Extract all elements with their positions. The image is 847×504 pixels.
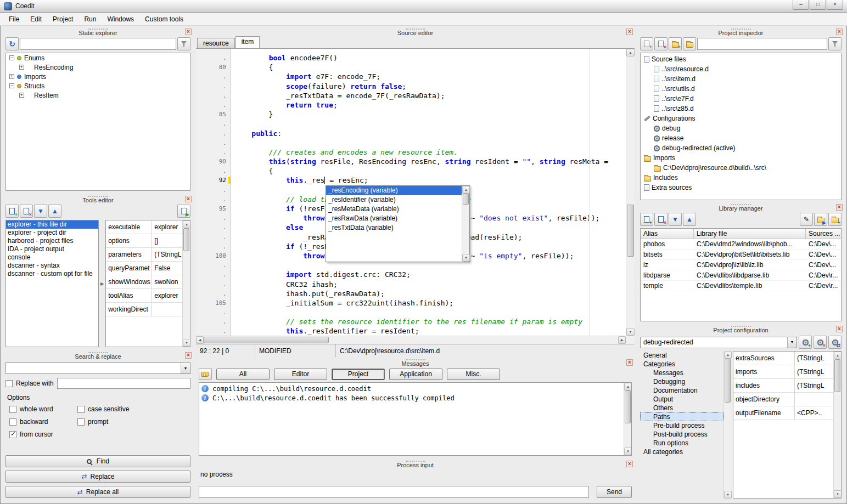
checkbox-icon[interactable]: [77, 406, 85, 413]
checkbox-icon[interactable]: [77, 418, 85, 426]
scroll-up-button[interactable]: ▲: [183, 220, 190, 228]
scrollbar-thumb[interactable]: [834, 359, 840, 392]
edit-library-button[interactable]: ✎: [800, 213, 813, 226]
scroll-up-button[interactable]: ▲: [724, 351, 732, 359]
messages-scrollbar[interactable]: ▲ ▼: [624, 383, 631, 455]
category-item[interactable]: Pre-build process: [640, 421, 723, 430]
tree-item[interactable]: ..\src\z85.d: [641, 104, 841, 114]
property-value[interactable]: (TStringL: [795, 365, 833, 378]
search-term-combo[interactable]: ▼: [5, 363, 190, 374]
close-icon[interactable]: ×: [836, 204, 843, 211]
property-row[interactable]: extraSources (TStringL: [733, 352, 833, 365]
add-tool-button[interactable]: +: [5, 205, 19, 218]
tree-item[interactable]: ..\src\resource.d: [641, 64, 841, 74]
close-icon[interactable]: ×: [836, 29, 843, 35]
tool-item[interactable]: harbored - project files: [6, 237, 98, 245]
completion-item[interactable]: _resMetaData (variable): [326, 205, 462, 214]
library-row[interactable]: iz C:\Dev\dproj\iz\lib\iz.lib C:\Dev\...: [641, 260, 841, 270]
completion-item[interactable]: _resRawData (variable): [326, 214, 462, 223]
process-input-field[interactable]: [199, 486, 589, 498]
option-checkbox-item[interactable]: whole word: [9, 405, 74, 413]
minimize-button[interactable]: –: [793, 0, 809, 10]
property-value[interactable]: False: [152, 262, 182, 275]
inspector-filter-button[interactable]: [828, 37, 842, 50]
editor-tab[interactable]: resource: [197, 38, 235, 48]
scrollbar-thumb[interactable]: [725, 359, 731, 403]
close-icon[interactable]: ×: [836, 326, 843, 332]
column-header-alias[interactable]: Alias: [641, 229, 694, 239]
category-item[interactable]: Messages: [640, 369, 723, 377]
category-item[interactable]: Debugging: [640, 377, 723, 386]
category-item[interactable]: All categories: [640, 448, 723, 456]
property-value[interactable]: []: [152, 234, 182, 247]
tree-item[interactable]: Configurations: [641, 114, 841, 123]
code-area[interactable]: . bool encodee7F()80 {. import e7F: enco…: [196, 49, 626, 336]
close-icon[interactable]: ×: [185, 196, 192, 202]
expand-toggle-icon[interactable]: −: [9, 55, 14, 60]
library-row[interactable]: libdparse C:\Dev\dlibs\libdparse.lib C:\…: [641, 270, 841, 281]
menu-item[interactable]: Edit: [25, 14, 47, 25]
message-filter-button[interactable]: All: [216, 369, 270, 380]
tool-item[interactable]: dscanner - custom opt for file: [6, 270, 98, 278]
option-checkbox-item[interactable]: case sensitive: [77, 405, 189, 413]
remove-configuration-button[interactable]: ×: [814, 336, 827, 349]
add-source-button[interactable]: +: [640, 37, 653, 50]
move-library-down-button[interactable]: ▼: [669, 213, 682, 226]
scrollbar-thumb[interactable]: [183, 228, 189, 251]
property-row[interactable]: parameters (TStringL: [106, 248, 182, 262]
property-row[interactable]: showWindows swoNon: [106, 275, 182, 289]
checkbox-icon[interactable]: [9, 418, 16, 426]
library-from-folder-button[interactable]: ▶: [814, 213, 827, 226]
scroll-up-button[interactable]: ▲: [626, 49, 635, 56]
library-row[interactable]: bitsets C:\Dev\dproj\bitSet\lib\bitsets.…: [641, 250, 841, 260]
move-tool-up-button[interactable]: ▲: [48, 205, 61, 218]
property-value[interactable]: [795, 393, 833, 406]
tree-item[interactable]: − Structs: [6, 81, 190, 90]
add-folder-button[interactable]: +: [669, 37, 682, 50]
refresh-button[interactable]: ↻: [5, 37, 19, 50]
property-row[interactable]: outputFilename <CPP>..: [733, 406, 833, 420]
property-value[interactable]: explorer: [152, 220, 182, 234]
category-item[interactable]: Categories: [640, 360, 723, 369]
remove-tool-button[interactable]: ×: [20, 205, 33, 218]
properties-scrollbar[interactable]: ▲ ▼: [833, 352, 841, 498]
category-item[interactable]: Post-build process: [640, 430, 723, 439]
menu-item[interactable]: Run: [78, 14, 102, 25]
replace-all-button[interactable]: ⇄ Replace all: [5, 486, 190, 498]
replace-button[interactable]: ⇄ Replace: [5, 471, 190, 483]
scrollbar-thumb[interactable]: [625, 390, 631, 423]
column-header-library-file[interactable]: Library file: [694, 229, 806, 239]
property-row[interactable]: options []: [106, 234, 182, 248]
property-value[interactable]: (TStringL: [795, 379, 833, 392]
tool-item[interactable]: dscanner - syntax: [6, 262, 98, 270]
library-row[interactable]: temple C:\Dev\dlibs\temple.lib C:\Dev\r.…: [641, 281, 841, 291]
category-item[interactable]: Output: [640, 395, 723, 404]
category-item[interactable]: Paths: [640, 412, 723, 421]
completion-item[interactable]: _resTxtData (variable): [326, 223, 462, 233]
code-editor[interactable]: . bool encodee7F()80 {. import e7F: enco…: [196, 48, 635, 336]
add-configuration-button[interactable]: +: [799, 336, 812, 349]
checkbox-icon[interactable]: [9, 406, 16, 413]
vertical-scrollbar[interactable]: ▲ ▼: [182, 220, 190, 347]
editor-vertical-scrollbar[interactable]: ▲ ▼: [626, 49, 635, 336]
editor-tab[interactable]: item: [235, 36, 260, 48]
scrollbar-thumb[interactable]: [204, 337, 329, 343]
close-icon[interactable]: ×: [626, 29, 633, 35]
category-scrollbar[interactable]: ▲ ▼: [723, 351, 731, 499]
property-row[interactable]: toolAlias explorer: [106, 289, 182, 303]
scroll-down-button[interactable]: ▼: [724, 491, 732, 499]
property-row[interactable]: objectDirectory: [733, 393, 833, 406]
message-filter-button[interactable]: Misc.: [447, 369, 500, 380]
send-button[interactable]: Send: [597, 486, 632, 498]
symbol-search-input[interactable]: [20, 38, 176, 50]
clear-messages-button[interactable]: [199, 368, 212, 380]
property-row[interactable]: queryParamet False: [106, 262, 182, 275]
add-library-folder-button[interactable]: +: [828, 213, 842, 226]
property-value[interactable]: (TStringL: [152, 248, 182, 261]
tree-item[interactable]: debug-redirected (active): [641, 143, 841, 153]
property-value[interactable]: <CPP>..: [795, 406, 833, 420]
scroll-down-button[interactable]: ▼: [183, 339, 190, 347]
symbol-filter-button[interactable]: [177, 37, 190, 50]
tree-item[interactable]: Imports: [641, 153, 841, 163]
expand-toggle-icon[interactable]: +: [19, 93, 24, 98]
